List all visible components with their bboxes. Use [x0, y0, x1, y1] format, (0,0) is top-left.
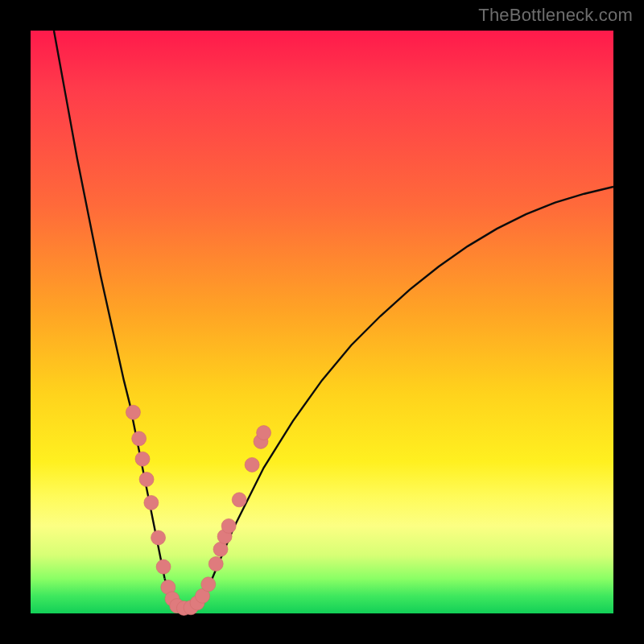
watermark-text: TheBottleneck.com [478, 5, 633, 26]
chart-svg [31, 31, 613, 613]
marker-dot [151, 530, 166, 545]
marker-dot [156, 559, 171, 574]
chart-plot-area [31, 31, 613, 613]
marker-dot [232, 493, 246, 507]
marker-dot [221, 518, 236, 533]
marker-dot [245, 457, 259, 472]
curve-right-branch [205, 187, 613, 595]
marker-dot-group [126, 405, 270, 615]
marker-dot [213, 542, 228, 556]
marker-dot [201, 577, 216, 592]
chart-frame: TheBottleneck.com [0, 0, 644, 644]
marker-dot [132, 431, 147, 446]
marker-dot [139, 472, 154, 486]
marker-dot [135, 452, 150, 466]
marker-dot [126, 405, 140, 419]
marker-dot [208, 556, 223, 571]
marker-dot [257, 426, 271, 440]
marker-dot [144, 495, 159, 510]
